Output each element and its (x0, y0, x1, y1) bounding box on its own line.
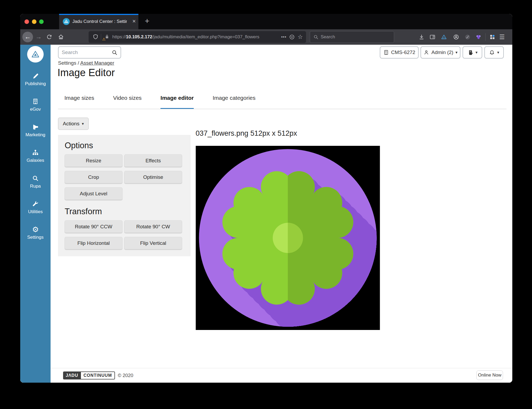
rotate-cw-button[interactable]: Rotate 90° CW (124, 220, 182, 233)
footer-brand: JΛDU CONTINUUM © 2020 (63, 371, 133, 379)
tab-divider (58, 109, 506, 109)
browser-tab-bar: Jadu Control Center : Settings × + (20, 14, 512, 29)
jadu-extension-icon[interactable] (441, 34, 447, 40)
sidebar-item-utilities[interactable]: Utilities (20, 200, 51, 214)
server-badge-label: CMS-6272 (391, 49, 415, 55)
flip-horizontal-button[interactable]: Flip Horizontal (65, 237, 122, 249)
zoom-window-button[interactable] (39, 19, 44, 24)
tab-image-editor[interactable]: Image editor (160, 95, 194, 109)
notifications-button[interactable]: ▾ (484, 46, 504, 59)
tab-video-sizes[interactable]: Video sizes (113, 95, 142, 109)
sidebar-item-egov[interactable]: eGov (20, 98, 51, 112)
bookmark-star-icon[interactable]: ☆ (298, 34, 303, 40)
account-icon[interactable] (453, 34, 459, 40)
page-content: Publishing eGov Marketing Galaxies Rupa … (20, 45, 512, 383)
sidebar-item-label: Utilities (20, 209, 51, 214)
jadu-continuum-logo: JΛDU CONTINUUM (63, 371, 115, 379)
sidebar-item-rupa[interactable]: Rupa (20, 175, 51, 189)
online-now-button[interactable]: Online Now (476, 370, 503, 380)
person-icon (423, 49, 429, 55)
browser-toolbar: ← → ⚠ https://10.105.2.172/jadu/multimed… (20, 29, 512, 45)
close-tab-icon[interactable]: × (132, 14, 136, 29)
url-text[interactable]: https://10.105.2.172/jadu/multimedia/ite… (112, 34, 278, 40)
page-title: Image Editor (57, 67, 115, 79)
reload-icon[interactable] (46, 34, 52, 41)
chevron-down-icon: ▾ (476, 50, 478, 55)
footer-divider (51, 368, 512, 368)
minimize-window-button[interactable] (32, 19, 36, 24)
tracking-shield-icon[interactable] (92, 34, 99, 40)
optimise-button[interactable]: Optimise (124, 171, 182, 183)
sidebar-item-label: Settings (20, 235, 51, 240)
flip-vertical-button[interactable]: Flip Vertical (124, 237, 182, 249)
sidebar-item-label: Rupa (20, 184, 51, 189)
url-path: /jadu/multimedia/item_editor.php?image=0… (152, 34, 259, 39)
url-scheme: https:// (112, 34, 126, 39)
sidebar-item-publishing[interactable]: Publishing (20, 72, 51, 86)
actions-button[interactable]: Actions ▾ (58, 118, 89, 130)
home-icon[interactable] (58, 34, 64, 41)
browser-tab-active[interactable]: Jadu Control Center : Settings × (59, 14, 138, 29)
firefox-view-icon[interactable] (489, 34, 496, 40)
bee-extension-icon[interactable] (475, 34, 482, 40)
url-host: 10.105.2.172 (126, 34, 152, 39)
user-menu-button[interactable]: Admin (2) ▾ (420, 46, 460, 59)
tab-image-categories[interactable]: Image categories (213, 95, 255, 109)
new-tab-button[interactable]: + (142, 14, 152, 29)
sidebar-item-label: Galaxies (20, 158, 51, 163)
app-search-field[interactable] (58, 46, 121, 59)
menu-icon[interactable]: ☰ (499, 29, 505, 45)
options-heading: Options (65, 141, 184, 150)
search-icon (112, 49, 118, 56)
back-icon[interactable]: ← (22, 32, 33, 42)
sidebars-icon[interactable] (429, 34, 436, 40)
server-badge-button[interactable]: CMS-6272 (380, 46, 419, 59)
breadcrumb-parent: Settings (58, 60, 76, 66)
extension-globe-icon[interactable] (464, 34, 471, 40)
insecure-lock-icon[interactable]: ⚠ (104, 34, 110, 40)
warning-icon: ⚠ (102, 37, 106, 41)
app-search-input[interactable] (62, 47, 110, 58)
breadcrumb-separator: / (78, 60, 79, 66)
tab-image-sizes[interactable]: Image sizes (64, 95, 94, 109)
browser-search-bar[interactable] (310, 31, 394, 43)
pocket-icon[interactable] (289, 34, 295, 40)
search-icon (313, 34, 319, 40)
jadu-logo-icon[interactable] (27, 46, 44, 63)
browser-search-input[interactable] (321, 34, 394, 40)
sidebar-item-label: Marketing (20, 132, 51, 138)
url-bar[interactable]: ⚠ https://10.105.2.172/jadu/multimedia/i… (89, 31, 306, 43)
adjust-level-button[interactable]: Adjust Level (65, 187, 122, 200)
logo-continuum-label: CONTINUUM (81, 371, 115, 379)
help-book-button[interactable]: ▾ (463, 46, 482, 59)
effects-button[interactable]: Effects (124, 154, 182, 167)
sidebar-item-label: eGov (20, 107, 51, 112)
wrench-icon (20, 200, 51, 208)
building-icon (20, 98, 51, 105)
copyright-text: © 2020 (118, 373, 133, 378)
page-actions-icon[interactable]: ••• (281, 35, 286, 39)
transform-buttons: Rotate 90° CCW Rotate 90° CW Flip Horizo… (65, 220, 184, 249)
breadcrumb: Settings / Asset Manager (58, 60, 114, 66)
resize-button[interactable]: Resize (65, 154, 122, 167)
sidebar-item-settings[interactable]: ⚙ Settings (20, 226, 51, 240)
sidebar-item-marketing[interactable]: Marketing (20, 123, 51, 138)
server-icon (383, 49, 389, 55)
image-caption: 037_flowers.png 512px x 512px (196, 129, 297, 138)
search-icon (20, 175, 51, 182)
browser-window: Jadu Control Center : Settings × + ← → ⚠… (20, 14, 512, 383)
flower-image (196, 146, 380, 330)
chevron-down-icon: ▾ (82, 121, 84, 126)
downloads-icon[interactable] (418, 34, 425, 40)
tab-strip: Image sizes Video sizes Image editor Ima… (64, 95, 255, 109)
close-window-button[interactable] (24, 19, 29, 24)
sidebar-item-galaxies[interactable]: Galaxies (20, 149, 51, 163)
pencil-icon (20, 72, 51, 80)
breadcrumb-current-link[interactable]: Asset Manager (80, 60, 114, 66)
rotate-ccw-button[interactable]: Rotate 90° CCW (65, 220, 122, 233)
crop-button[interactable]: Crop (65, 171, 122, 183)
forward-icon[interactable]: → (35, 29, 42, 45)
sidebar-item-label: Publishing (20, 81, 51, 86)
logo-jadu-label: JΛDU (63, 371, 81, 379)
options-buttons: Resize Effects Crop Optimise Adjust Leve… (65, 154, 184, 200)
